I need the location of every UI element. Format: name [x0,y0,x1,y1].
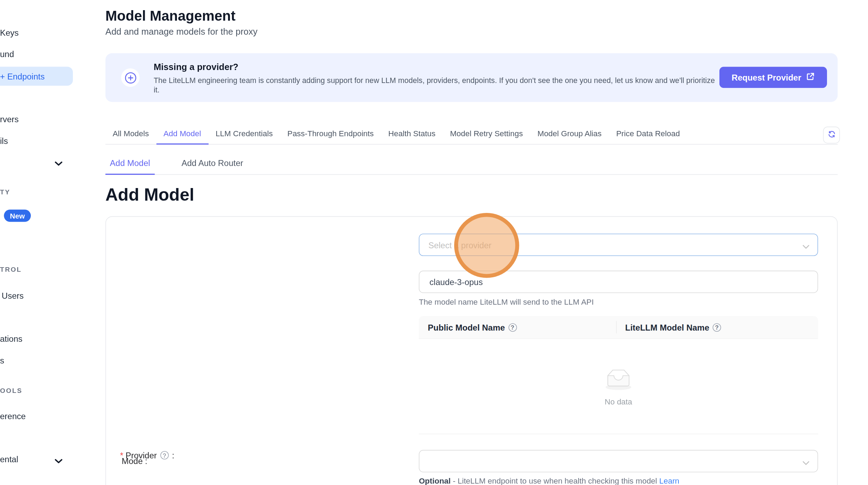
tab-all-models[interactable]: All Models [105,125,156,144]
tab-pass-through-endpoints[interactable]: Pass-Through Endpoints [280,125,381,144]
app-root: Keys und + Endpoints rvers ils TY New TR… [0,0,868,485]
mode-select[interactable] [419,450,818,472]
sidebar-item-keys[interactable]: Keys [0,28,19,37]
optional-text: - LiteLLM endpoint to use when health ch… [451,476,659,485]
model-tabs: All Models Add Model LLM Credentials Pas… [105,125,838,144]
column-public-model-name: Public Model Name ? [419,323,616,332]
tab-health-status[interactable]: Health Status [381,125,443,144]
tab-model-retry-settings[interactable]: Model Retry Settings [443,125,530,144]
page-subtitle: Add and manage models for the proxy [105,27,258,37]
refresh-button[interactable] [823,127,840,144]
label-colon: : [172,450,175,460]
learn-link[interactable]: Learn [659,476,679,485]
column-divider [616,321,617,333]
new-badge: New [4,209,31,222]
model-mappings-table: Public Model Name ? LiteLLM Model Name ? [419,316,818,434]
page-title: Model Management [105,8,235,24]
sidebar-item-experimental[interactable]: ental [0,455,18,464]
chevron-down-icon[interactable] [54,456,63,466]
tab-add-model[interactable]: Add Model [156,125,209,144]
sidebar-item-servers[interactable]: rvers [0,114,19,124]
column-label: Public Model Name [428,323,505,332]
add-model-subtabs: Add Model Add Auto Router [105,153,838,175]
add-model-heading: Add Model [105,185,194,205]
chevron-down-icon[interactable] [54,159,63,169]
optional-bold: Optional [419,476,451,485]
tab-llm-credentials[interactable]: LLM Credentials [208,125,280,144]
mode-helper: Optional - LiteLLM endpoint to use when … [419,476,679,485]
chevron-down-icon [802,458,810,468]
request-provider-label: Request Provider [732,72,801,82]
external-link-icon [806,72,815,82]
help-icon[interactable]: ? [160,451,169,459]
sidebar-section-label: TY [0,188,10,196]
tab-price-data-reload[interactable]: Price Data Reload [609,125,687,144]
column-label: LiteLLM Model Name [625,323,709,332]
mode-label-text: Mode [122,456,143,465]
missing-provider-banner: Missing a provider? The LiteLLM engineer… [105,53,838,102]
refresh-icon [827,130,836,140]
label-colon: : [145,456,148,465]
banner-title: Missing a provider? [153,62,238,72]
tab-model-group-alias[interactable]: Model Group Alias [530,125,609,144]
no-data-text: No data [605,397,632,406]
sidebar-item-organizations[interactable]: ations [0,334,22,344]
empty-inbox-icon [600,367,637,393]
click-indicator [454,213,519,278]
request-provider-button[interactable]: Request Provider [719,67,827,88]
plus-circle-icon [121,68,140,87]
sidebar-section-label: TROL [0,265,22,273]
sidebar-section-label: OOLS [0,387,22,394]
help-icon[interactable]: ? [508,323,517,331]
sidebar-item-rails[interactable]: ils [0,136,8,146]
sidebar-item-users[interactable]: Users [2,291,24,300]
subtab-add-model[interactable]: Add Model [105,153,155,175]
sidebar-item-label: + Endpoints [0,71,45,81]
help-icon[interactable]: ? [713,323,721,331]
sidebar-item-reference[interactable]: erence [0,411,26,421]
chevron-down-icon [802,242,810,252]
sidebar-item-teams[interactable]: s [0,356,4,365]
model-name-helper: The model name LiteLLM will send to the … [419,298,594,307]
banner-body: The LiteLLM engineering team is constant… [153,76,717,95]
subtab-add-auto-router[interactable]: Add Auto Router [177,153,248,174]
sidebar-item-playground[interactable]: und [0,49,14,59]
mode-label: Mode : [122,456,147,465]
column-litellm-model-name: LiteLLM Model Name ? [616,323,723,332]
sidebar-item-models-endpoints[interactable]: + Endpoints [0,67,73,85]
mappings-table-header: Public Model Name ? LiteLLM Model Name ? [419,316,818,339]
mappings-empty-state: No data [419,339,818,434]
model-name-input[interactable] [428,277,767,287]
